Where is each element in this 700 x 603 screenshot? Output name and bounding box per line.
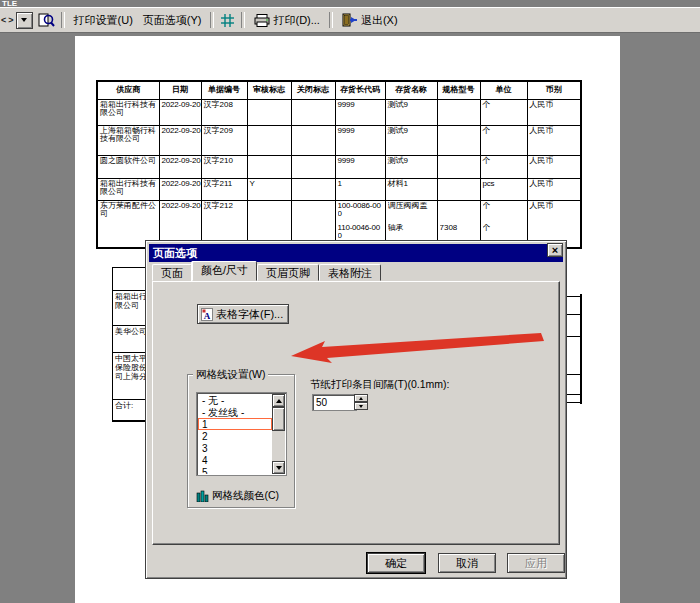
toolbar-separator <box>61 12 65 28</box>
cell-date: 2022-09-20 <box>159 125 201 155</box>
scrollbar-thumb[interactable] <box>272 407 285 431</box>
spin-up-icon[interactable] <box>354 394 368 402</box>
cell-doc-no: 汉字210 <box>201 155 247 178</box>
list-item[interactable]: 5 <box>198 466 272 474</box>
apply-button[interactable]: 应用 <box>507 553 565 573</box>
tab-page[interactable]: 页面 <box>152 264 192 281</box>
color-size-tab-panel: A 表格字体(F)... 网格线设置(W) - 无 - - 发丝线 - 1 2 … <box>152 281 560 545</box>
cell-doc-no: 汉字209 <box>201 125 247 155</box>
table-row: 上海箱箱畅行科技有限公司 2022-09-20 汉字209 9999 测试9 个… <box>97 125 581 155</box>
chevron-down-icon <box>21 18 27 22</box>
print-settings-button[interactable]: 打印设置(U) <box>69 11 138 30</box>
cell-currency: 人民币 <box>527 178 581 200</box>
cancel-button[interactable]: 取消 <box>438 553 496 573</box>
cell-date: 2022-09-20 <box>159 178 201 200</box>
tab-color-size[interactable]: 颜色/尺寸 <box>192 261 257 281</box>
table-row: 圆之圆软件公司 2022-09-20 汉字210 9999 测试9 个 人民币 <box>97 155 581 178</box>
dialog-title: 页面选项 <box>153 246 197 261</box>
tab-header-footer[interactable]: 页眉页脚 <box>257 264 319 281</box>
cell-unit: 个 <box>480 125 527 155</box>
listbox-scrollbar[interactable] <box>272 394 285 474</box>
prev-page-button[interactable]: < <box>1 15 6 25</box>
cell-inv-code: 1 <box>335 178 385 200</box>
exit-door-icon <box>342 13 358 27</box>
cell-supplier: 圆之圆软件公司 <box>97 155 159 178</box>
cell-audit <box>247 99 291 125</box>
cell-supplier: 上海箱箱畅行科技有限公司 <box>97 125 159 155</box>
scroll-down-icon[interactable] <box>272 461 285 474</box>
spacing-input[interactable] <box>312 394 357 411</box>
ok-button[interactable]: 确定 <box>367 553 425 573</box>
cell-inv-code: 9999 <box>335 155 385 178</box>
list-item-selected[interactable]: 1 <box>198 418 272 430</box>
col-header: 审核标志 <box>247 81 291 99</box>
list-item[interactable]: 3 <box>198 442 272 454</box>
page-options-dialog: 页面选项 × 页面 颜色/尺寸 页眉页脚 表格附注 A 表格字体(F)... <box>145 240 567 579</box>
gridline-color-icon <box>196 490 209 502</box>
col-header: 存货长代码 <box>335 81 385 99</box>
toolbar: < > 打印设置(U) 页面选项(Y) <box>0 7 700 33</box>
magnifier-page-icon <box>38 13 55 28</box>
col-header: 单位 <box>480 81 527 99</box>
cell-currency: 人民币 <box>527 99 581 125</box>
list-item[interactable]: 4 <box>198 454 272 466</box>
exit-button-label: 退出(X) <box>361 13 398 28</box>
table-font-button[interactable]: A 表格字体(F)... <box>197 304 289 324</box>
dialog-tabs: 页面 颜色/尺寸 页眉页脚 表格附注 <box>152 264 381 281</box>
scroll-up-icon[interactable] <box>272 394 285 407</box>
col-header: 规格型号 <box>437 81 480 99</box>
spin-down-icon[interactable] <box>354 402 368 410</box>
cell-supplier: 箱箱出行科技有限公司 <box>97 178 159 200</box>
window-caption: TLE <box>0 0 700 7</box>
gridline-color-label: 网格线颜色(C) <box>212 489 279 503</box>
print-button-label: 打印(D)... <box>273 13 319 28</box>
cell-inv-name: 测试9 <box>385 99 437 125</box>
spec-line <box>440 202 478 224</box>
dialog-titlebar[interactable]: 页面选项 <box>149 244 563 262</box>
table-font-button-label: 表格字体(F)... <box>216 307 283 322</box>
exit-button[interactable]: 退出(X) <box>337 11 403 30</box>
table-header-row: 供应商 日期 单据编号 审核标志 关闭标志 存货长代码 存货名称 规格型号 单位… <box>97 81 581 99</box>
next-page-button[interactable]: > <box>8 15 13 25</box>
cell-inv-name: 材料1 <box>385 178 437 200</box>
gridline-listbox[interactable]: - 无 - - 发丝线 - 1 2 3 4 5 6 <box>196 392 287 476</box>
inv-code-line: 100-0086-000 <box>338 202 383 224</box>
spacing-spinbox <box>312 394 369 411</box>
cell-inv-code: 9999 <box>335 125 385 155</box>
cell-supplier: 箱箱出行科技有限公司 <box>97 99 159 125</box>
print-button[interactable]: 打印(D)... <box>249 11 324 30</box>
toolbar-separator <box>241 12 245 28</box>
tab-table-notes[interactable]: 表格附注 <box>319 264 381 281</box>
cell-close <box>291 125 335 155</box>
svg-text:A: A <box>204 310 211 320</box>
close-icon[interactable]: × <box>547 243 563 257</box>
unit-line: 个 <box>483 202 525 224</box>
grid-toggle-button[interactable] <box>218 12 237 29</box>
col-header: 存货名称 <box>385 81 437 99</box>
gridline-color-button[interactable]: 网格线颜色(C) <box>196 489 279 503</box>
col-header: 关闭标志 <box>291 81 335 99</box>
cell-audit <box>247 155 291 178</box>
preview-zoom-button[interactable] <box>36 12 57 29</box>
cell-date: 2022-09-20 <box>159 99 201 125</box>
gridline-options: - 无 - - 发丝线 - 1 2 3 4 5 6 <box>198 394 272 474</box>
cell-unit: 个 <box>480 99 527 125</box>
col-header: 供应商 <box>97 81 159 99</box>
page-options-button[interactable]: 页面选项(Y) <box>138 11 207 30</box>
cell-currency: 人民币 <box>527 155 581 178</box>
cell-unit: 个 <box>480 155 527 178</box>
page-nav-dropdown-button[interactable] <box>16 12 33 29</box>
list-item[interactable]: - 发丝线 - <box>198 406 272 418</box>
printer-icon <box>254 14 270 27</box>
col-header: 日期 <box>159 81 201 99</box>
cell-audit: Y <box>247 178 291 200</box>
list-item[interactable]: - 无 - <box>198 394 272 406</box>
cell-spec <box>437 125 480 155</box>
col-header: 币别 <box>527 81 581 99</box>
table-row: 箱箱出行科技有限公司 2022-09-20 汉字208 9999 测试9 个 人… <box>97 99 581 125</box>
col-header: 单据编号 <box>201 81 247 99</box>
toolbar-separator <box>210 12 214 28</box>
paper-saving-spacing-label: 节纸打印条目间隔(T)(0.1mm): <box>310 378 449 392</box>
list-item[interactable]: 2 <box>198 430 272 442</box>
cell-close <box>291 99 335 125</box>
